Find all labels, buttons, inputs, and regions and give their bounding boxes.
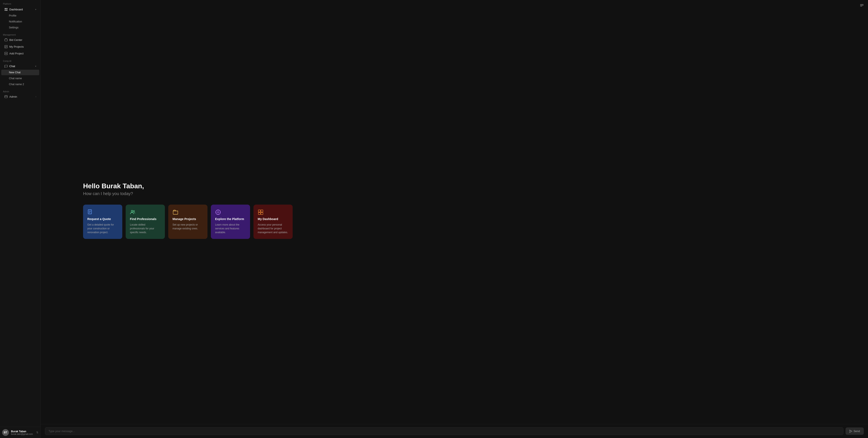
sidebar-item-notification[interactable]: Notification — [1, 19, 39, 24]
sidebar-item-add-project[interactable]: Add Project — [1, 50, 39, 57]
card-explore-platform[interactable]: Explore the Platform Learn more about th… — [211, 205, 250, 239]
chat-name-2-label: Chat name 2 — [9, 83, 24, 86]
greeting-subtitle: How can I help you today? — [83, 191, 133, 196]
find-professionals-desc: Locate skilled professionals for your sp… — [130, 223, 161, 234]
explore-platform-icon — [215, 209, 246, 215]
my-dashboard-icon — [258, 209, 288, 215]
svg-rect-1 — [6, 8, 7, 9]
main-header — [859, 3, 865, 8]
sidebar-footer: BT Burak Taban burak.tabn@gmail.com ⇅ — [0, 427, 40, 438]
svg-rect-10 — [860, 6, 862, 7]
sidebar: Platform Dashboard ▾ Profile Notificatio… — [0, 0, 41, 438]
chat-input-bar: Send — [41, 424, 868, 438]
card-my-dashboard[interactable]: My Dashboard Access your personal dashbo… — [253, 205, 293, 239]
send-label: Send — [854, 430, 860, 433]
chat-label: Chat — [9, 65, 15, 68]
user-email: burak.tabn@gmail.com — [11, 433, 34, 435]
management-section-label: Management — [0, 31, 19, 37]
dashboard-chevron: ▾ — [35, 8, 36, 10]
request-quote-title: Request a Quote — [87, 217, 118, 221]
find-professionals-title: Find Professionals — [130, 217, 161, 221]
manage-projects-desc: Set up new projects or manage existing o… — [173, 223, 203, 230]
sidebar-item-chat[interactable]: Chat ▾ — [1, 63, 39, 69]
platform-section-label: Platform — [0, 0, 14, 6]
send-button[interactable]: Send — [845, 428, 864, 435]
manage-projects-icon — [173, 209, 203, 215]
svg-point-12 — [131, 210, 133, 212]
profile-label: Profile — [9, 14, 16, 17]
admin-icon — [4, 95, 8, 98]
add-project-icon — [4, 52, 8, 55]
svg-rect-7 — [5, 96, 7, 98]
user-info: Burak Taban burak.tabn@gmail.com — [11, 430, 34, 435]
avatar: BT — [2, 429, 9, 436]
dashboard-icon — [4, 8, 8, 11]
sidebar-item-admin[interactable]: Admin › — [1, 93, 39, 100]
chat-chevron: ▾ — [35, 65, 36, 67]
svg-rect-8 — [860, 4, 864, 5]
manage-projects-title: Manage Projects — [173, 217, 203, 221]
svg-rect-16 — [258, 210, 260, 212]
card-find-professionals[interactable]: Find Professionals Locate skilled profes… — [126, 205, 165, 239]
new-chat-label: New Chat — [9, 71, 21, 74]
svg-rect-2 — [5, 10, 6, 11]
svg-rect-18 — [258, 212, 260, 214]
svg-rect-0 — [5, 8, 6, 9]
svg-rect-17 — [261, 210, 263, 212]
chat-icon — [4, 64, 8, 68]
sidebar-item-my-projects[interactable]: My Projects — [1, 43, 39, 50]
my-dashboard-desc: Access your personal dashboard for proje… — [258, 223, 288, 234]
user-name: Burak Taban — [11, 430, 34, 433]
main-content: Hello Burak Taban, How can I help you to… — [41, 0, 868, 438]
sidebar-item-profile[interactable]: Profile — [1, 13, 39, 19]
sidebar-item-chat-name-2[interactable]: Chat name 2 — [1, 81, 39, 87]
dashboard-label: Dashboard — [9, 8, 23, 11]
sidebar-item-bid-center[interactable]: Bid Center — [1, 37, 39, 43]
add-project-label: Add Project — [9, 52, 24, 55]
sidebar-item-chat-name-1[interactable]: Chat name — [1, 76, 39, 81]
sidebar-item-settings[interactable]: Settings — [1, 25, 39, 30]
svg-point-13 — [133, 210, 134, 212]
sidebar-toggle-button[interactable] — [859, 3, 865, 8]
chat-name-1-label: Chat name — [9, 77, 22, 80]
svg-rect-3 — [6, 10, 7, 11]
explore-platform-desc: Learn more about the services and featur… — [215, 223, 246, 234]
card-manage-projects[interactable]: Manage Projects Set up new projects or m… — [168, 205, 208, 239]
notification-label: Notification — [9, 20, 22, 23]
svg-rect-9 — [860, 5, 864, 5]
svg-point-15 — [217, 211, 219, 213]
bid-center-label: Bid Center — [9, 38, 22, 41]
cards-grid: Request a Quote Get a detailed quote for… — [83, 205, 293, 239]
request-quote-icon — [87, 209, 118, 215]
comp-ai-section-label: Comp AI — [0, 57, 14, 63]
explore-platform-title: Explore the Platform — [215, 217, 246, 221]
request-quote-desc: Get a detailed quote for your constructi… — [87, 223, 118, 234]
admin-section-label: Admin — [0, 88, 12, 94]
content-area: Hello Burak Taban, How can I help you to… — [41, 0, 868, 438]
sidebar-item-new-chat[interactable]: New Chat — [1, 70, 39, 75]
svg-rect-19 — [261, 212, 263, 214]
user-menu-chevron[interactable]: ⇅ — [36, 431, 38, 434]
my-projects-icon — [4, 45, 8, 48]
settings-label: Settings — [9, 26, 19, 29]
send-icon — [849, 430, 852, 433]
my-dashboard-title: My Dashboard — [258, 217, 288, 221]
greeting-title: Hello Burak Taban, — [83, 182, 144, 190]
svg-rect-4 — [5, 39, 7, 41]
my-projects-label: My Projects — [9, 45, 24, 48]
find-professionals-icon — [130, 209, 161, 215]
sidebar-item-dashboard[interactable]: Dashboard ▾ — [1, 6, 39, 12]
bid-center-icon — [4, 38, 8, 41]
chat-input[interactable] — [45, 427, 843, 435]
card-request-quote[interactable]: Request a Quote Get a detailed quote for… — [83, 205, 122, 239]
admin-chevron: › — [36, 96, 36, 98]
admin-label: Admin — [9, 95, 17, 98]
